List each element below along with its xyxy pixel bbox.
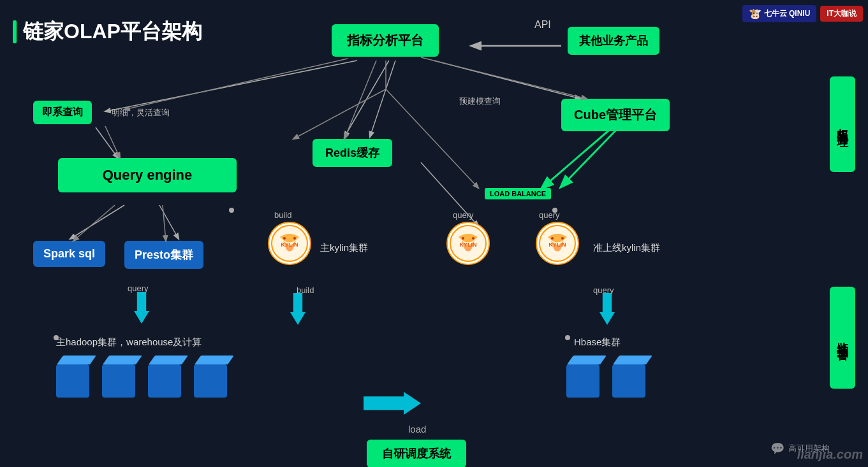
load-balance-badge: LOAD BALANCE xyxy=(485,188,551,199)
svg-line-26 xyxy=(344,61,376,139)
yujian-label: 预建模查询 xyxy=(459,96,501,107)
svg-point-19 xyxy=(472,237,474,240)
svg-line-8 xyxy=(159,205,179,239)
cube-2 xyxy=(102,364,135,398)
it-logo: IT大咖说 xyxy=(820,6,863,22)
svg-line-4 xyxy=(370,61,395,137)
svg-point-22 xyxy=(551,237,554,240)
svg-line-5 xyxy=(434,61,580,99)
quanxian-box: 权限管理 xyxy=(830,76,855,172)
svg-point-36 xyxy=(229,208,234,213)
zhun-kylin-label: 准上线kylin集群 xyxy=(593,242,660,254)
hadoop-cube-row xyxy=(56,364,227,398)
lianjia-watermark: lianjia.com xyxy=(797,447,863,462)
query-label-kylin-2: query xyxy=(539,210,560,220)
diagram-container: 🐮 七牛云 QINIU IT大咖说 链家OLAP平台架构 xyxy=(0,0,868,467)
svg-line-29 xyxy=(421,57,587,99)
page-title: 链家OLAP平台架构 xyxy=(13,18,202,46)
svg-line-33 xyxy=(293,89,386,139)
svg-line-31 xyxy=(163,205,166,241)
build-label-1: build xyxy=(274,210,291,220)
svg-point-18 xyxy=(462,237,464,240)
hbase-cube-row xyxy=(566,364,645,398)
spark-sql-box: Spark sql xyxy=(33,241,105,267)
cube-3 xyxy=(148,364,181,398)
svg-line-28 xyxy=(105,126,120,158)
presto-box: Presto集群 xyxy=(124,241,203,269)
brand-logos: 🐮 七牛云 QINIU IT大咖说 xyxy=(742,5,863,22)
arrow-down-zhun xyxy=(600,293,615,325)
query-label-kylin-1: query xyxy=(453,210,474,220)
api-label: API xyxy=(534,19,551,31)
load-label: load xyxy=(408,424,426,435)
qiniu-logo: 🐮 七牛云 QINIU xyxy=(742,5,817,22)
kylin-logo-query-2: KYLIN xyxy=(536,222,579,265)
svg-line-27 xyxy=(124,59,348,110)
cube-hbase-1 xyxy=(566,364,600,398)
title-bar-decoration xyxy=(13,20,17,43)
svg-point-23 xyxy=(561,237,564,240)
svg-line-11 xyxy=(344,61,389,137)
arrow-down-1 xyxy=(134,292,149,324)
svg-line-35 xyxy=(561,127,619,187)
svg-line-3 xyxy=(105,61,357,111)
cube-hbase-2 xyxy=(612,364,645,398)
qiniu-icon: 🐮 xyxy=(749,8,761,20)
svg-line-30 xyxy=(73,205,115,241)
hadoop-label: 主hadoop集群，warehouse及计算 xyxy=(56,336,202,348)
mingxi-label: 明细，灵活查询 xyxy=(112,107,170,119)
qita-box: 其他业务产品 xyxy=(568,27,659,55)
query-engine-box: Query engine xyxy=(58,158,237,192)
jiankong-box: 监控预警 xyxy=(830,287,855,389)
svg-point-14 xyxy=(283,237,286,240)
kylin-logo-query-1: KYLIN xyxy=(446,222,490,265)
kylin-logo-build: KYLIN xyxy=(268,222,311,265)
svg-line-9 xyxy=(542,127,612,188)
redis-box: Redis缓存 xyxy=(313,139,392,167)
cube-mgmt-box: Cube管理平台 xyxy=(561,99,670,131)
hbase-label: Hbase集群 xyxy=(574,336,621,348)
svg-line-6 xyxy=(96,127,118,158)
svg-line-7 xyxy=(70,205,124,239)
arrow-right-load xyxy=(364,392,421,415)
zhibiao-box: 指标分析平台 xyxy=(332,24,439,57)
cube-1 xyxy=(56,364,89,398)
zhu-kylin-label: 主kylin集群 xyxy=(320,242,368,254)
svg-point-15 xyxy=(293,237,296,240)
ziyanzidiao-box: 自研调度系统 xyxy=(367,440,466,467)
svg-point-39 xyxy=(565,335,570,340)
arrow-down-build xyxy=(290,293,305,325)
jixichaxun-box: 即系查询 xyxy=(33,101,92,124)
cube-4 xyxy=(194,364,227,398)
